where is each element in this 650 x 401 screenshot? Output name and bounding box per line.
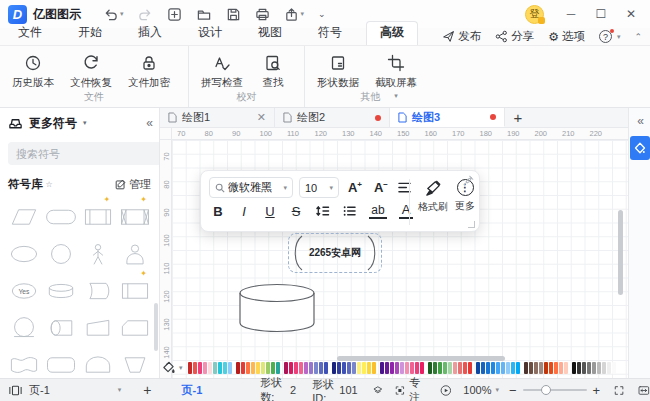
color-swatch[interactable]	[380, 362, 384, 374]
shape-circle-chord[interactable]	[6, 309, 43, 346]
menu-insert[interactable]: 插入	[138, 22, 162, 45]
color-swatch[interactable]	[188, 362, 192, 374]
close-button[interactable]: ✕	[618, 3, 644, 25]
zoom-in-button[interactable]: +	[593, 383, 601, 398]
color-swatch[interactable]	[357, 362, 361, 374]
color-swatch[interactable]	[544, 362, 548, 374]
color-swatch[interactable]	[405, 362, 409, 374]
color-swatch[interactable]	[549, 362, 553, 374]
color-swatch[interactable]	[385, 362, 389, 374]
color-swatch[interactable]	[228, 362, 232, 374]
decrease-font-button[interactable]: A−	[371, 180, 391, 195]
color-swatch[interactable]	[516, 362, 520, 374]
sidebar-collapse-icon[interactable]: «	[146, 116, 151, 130]
export-dropdown-caret[interactable]: ▾	[301, 10, 305, 18]
active-page-tab[interactable]: 页-1	[181, 383, 202, 398]
color-swatch[interactable]	[458, 362, 462, 374]
shape-internal-storage[interactable]: ✦	[116, 272, 153, 309]
color-swatch[interactable]	[481, 362, 485, 374]
shape-card[interactable]	[116, 309, 153, 346]
color-swatch[interactable]	[539, 362, 543, 374]
color-swatch[interactable]	[342, 362, 346, 374]
maximize-button[interactable]: ☐	[588, 3, 614, 25]
underline-button[interactable]: U	[263, 204, 277, 219]
color-swatch[interactable]	[266, 362, 270, 374]
color-swatch[interactable]	[223, 362, 227, 374]
line-spacing-icon[interactable]	[315, 204, 330, 218]
shape-manual-operation[interactable]	[80, 309, 117, 346]
manage-library-button[interactable]: 管理	[115, 177, 151, 192]
selected-shape-stamp[interactable]: 2265安卓网	[288, 233, 382, 273]
collapse-ribbon-icon[interactable]: ⌃	[634, 32, 642, 42]
color-swatch[interactable]	[208, 362, 212, 374]
color-swatch[interactable]	[294, 362, 298, 374]
sidebar-scrollbar[interactable]	[154, 303, 158, 351]
color-swatch[interactable]	[372, 362, 376, 374]
menu-view[interactable]: 视图	[258, 22, 282, 45]
shape-cylinder[interactable]	[43, 272, 80, 309]
format-painter-button[interactable]: 格式刷	[417, 179, 449, 214]
color-swatch[interactable]	[597, 362, 601, 374]
color-swatch[interactable]	[271, 362, 275, 374]
toolbar-resize-handle[interactable]	[468, 221, 475, 228]
color-swatch[interactable]	[261, 362, 265, 374]
color-swatch[interactable]	[511, 362, 515, 374]
add-tab-button[interactable]: +	[505, 108, 531, 127]
color-swatch[interactable]	[193, 362, 197, 374]
fill-color-button[interactable]: ▾	[162, 361, 183, 374]
color-swatch[interactable]	[246, 362, 250, 374]
vertical-scrollbar[interactable]	[618, 210, 623, 295]
print-button[interactable]	[255, 7, 270, 22]
zoom-level-select[interactable]: 100% ▾	[463, 384, 499, 396]
color-swatch[interactable]	[612, 362, 616, 374]
bold-button[interactable]: B	[211, 204, 225, 219]
color-swatch[interactable]	[602, 362, 606, 374]
font-size-select[interactable]: 10 ▾	[299, 177, 339, 198]
color-swatch[interactable]	[582, 362, 586, 374]
strikethrough-button[interactable]: S	[289, 204, 303, 219]
shape-ellipse[interactable]	[6, 235, 43, 272]
color-swatch[interactable]	[324, 362, 328, 374]
color-swatch[interactable]	[438, 362, 442, 374]
color-swatch[interactable]	[559, 362, 563, 374]
color-swatch[interactable]	[463, 362, 467, 374]
color-swatch[interactable]	[314, 362, 318, 374]
login-avatar[interactable]: 登	[525, 5, 544, 24]
color-swatch[interactable]	[213, 362, 217, 374]
color-swatch[interactable]	[501, 362, 505, 374]
pin-toolbar-icon[interactable]	[463, 175, 474, 186]
save-button[interactable]	[226, 7, 241, 22]
color-swatch[interactable]	[304, 362, 308, 374]
color-swatch[interactable]	[506, 362, 510, 374]
color-swatch[interactable]	[433, 362, 437, 374]
increase-font-button[interactable]: A+	[345, 180, 365, 195]
color-swatch[interactable]	[592, 362, 596, 374]
sidebar-title[interactable]: 更多符号	[29, 115, 77, 132]
zoom-slider[interactable]: − +	[509, 383, 600, 398]
color-swatch[interactable]	[572, 362, 576, 374]
color-swatch[interactable]	[256, 362, 260, 374]
shape-parallelogram[interactable]	[6, 198, 43, 235]
color-swatch[interactable]	[203, 362, 207, 374]
color-swatch[interactable]	[524, 362, 528, 374]
color-swatch[interactable]	[486, 362, 490, 374]
shape-horizontal-cylinder[interactable]	[43, 309, 80, 346]
color-swatch[interactable]	[390, 362, 394, 374]
history-version-button[interactable]: 历史版本	[6, 52, 60, 90]
color-swatch[interactable]	[564, 362, 568, 374]
color-swatch[interactable]	[410, 362, 414, 374]
minimize-button[interactable]: ─	[558, 3, 584, 25]
menu-advanced[interactable]: 高级	[366, 21, 418, 45]
color-swatch[interactable]	[529, 362, 533, 374]
redo-button[interactable]	[138, 7, 153, 22]
color-swatch[interactable]	[395, 362, 399, 374]
highlight-button[interactable]: ab	[369, 204, 387, 219]
shape-stored-data[interactable]: ✦	[116, 198, 153, 235]
file-encrypt-button[interactable]: 文件加密	[122, 52, 176, 90]
menu-home[interactable]: 开始	[78, 22, 102, 45]
share-button[interactable]: 分享	[495, 29, 534, 44]
color-swatch[interactable]	[607, 362, 611, 374]
shape-stadium[interactable]	[43, 198, 80, 235]
color-swatch[interactable]	[289, 362, 293, 374]
color-swatch[interactable]	[198, 362, 202, 374]
